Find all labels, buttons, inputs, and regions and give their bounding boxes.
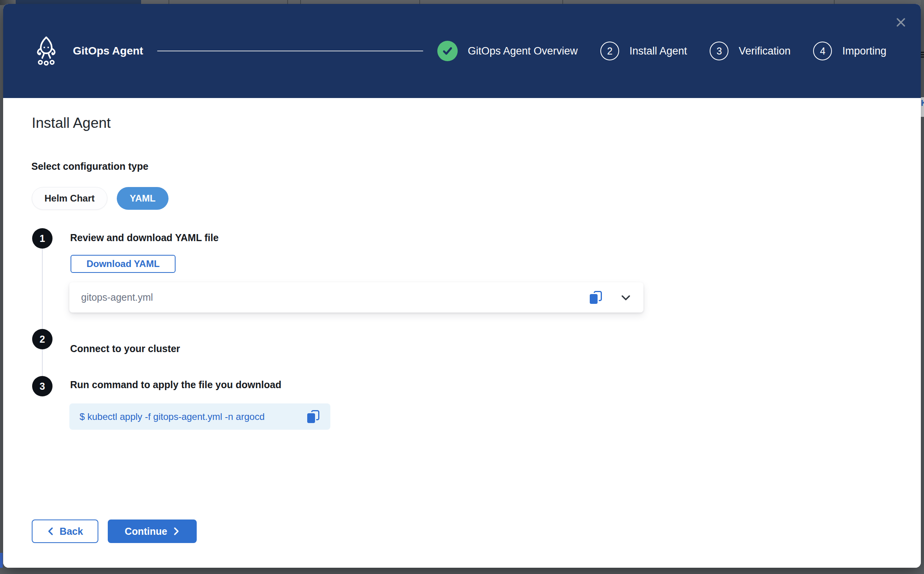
step-connector-line: [42, 349, 43, 376]
back-button-label: Back: [60, 526, 83, 537]
close-icon[interactable]: [895, 16, 907, 28]
stepper-label: Install Agent: [629, 45, 687, 57]
background-blue-fragment: [0, 553, 3, 568]
copy-icon[interactable]: [590, 291, 602, 304]
stepper-label: GitOps Agent Overview: [468, 45, 578, 57]
stepper-label: Verification: [739, 45, 790, 57]
step-complete-check-icon: [437, 41, 458, 61]
yaml-option[interactable]: YAML: [117, 187, 168, 210]
continue-button[interactable]: Continue: [108, 520, 197, 543]
step-3-number-badge: 3: [32, 376, 53, 396]
gitops-agent-logo-icon: [35, 36, 57, 66]
stepper-item-verification[interactable]: 3 Verification: [710, 42, 790, 60]
step-number-badge: 4: [813, 42, 832, 60]
yaml-file-name: gitops-agent.yml: [81, 292, 590, 303]
chevron-right-icon: [173, 527, 180, 536]
step-number-badge: 2: [600, 42, 619, 60]
continue-button-label: Continue: [125, 526, 167, 537]
config-type-toggle: Helm Chart YAML: [32, 187, 168, 210]
page-title: Install Agent: [32, 115, 111, 131]
screen: K GitOps Agent: [0, 0, 924, 574]
step-2-number-badge: 2: [32, 329, 53, 349]
stepper-label: Importing: [842, 45, 886, 57]
step-2-title: Connect to your cluster: [70, 343, 180, 354]
step-1-number-badge: 1: [32, 228, 53, 249]
kubectl-command-snippet: $ kubectl apply -f gitops-agent.yml -n a…: [69, 403, 330, 430]
wizard-stepper: GitOps Agent Overview 2 Install Agent 3 …: [437, 41, 886, 61]
chevron-left-icon: [47, 527, 54, 536]
background-text-fragment: K: [921, 97, 924, 117]
stepper-item-importing[interactable]: 4 Importing: [813, 42, 886, 60]
chevron-down-icon[interactable]: [620, 292, 632, 303]
stepper-item-install-agent[interactable]: 2 Install Agent: [600, 42, 687, 60]
step-connector-line: [42, 249, 43, 329]
gitops-agent-wizard-modal: GitOps Agent GitOps Agent Overview 2 Ins…: [3, 4, 921, 568]
stepper-item-overview[interactable]: GitOps Agent Overview: [437, 41, 578, 61]
wizard-body: Install Agent Select configuration type …: [3, 98, 921, 568]
background-page-sliver: K: [921, 0, 924, 574]
helm-chart-option[interactable]: Helm Chart: [32, 187, 107, 210]
back-button[interactable]: Back: [32, 520, 98, 543]
wizard-header: GitOps Agent GitOps Agent Overview 2 Ins…: [3, 4, 921, 98]
download-yaml-button[interactable]: Download YAML: [71, 255, 176, 273]
copy-icon[interactable]: [307, 410, 319, 423]
wizard-title: GitOps Agent: [73, 45, 143, 57]
step-1-title: Review and download YAML file: [70, 232, 219, 243]
config-type-label: Select configuration type: [31, 161, 149, 172]
hamburger-icon: [921, 52, 924, 59]
step-number-badge: 3: [710, 42, 728, 60]
command-text: $ kubectl apply -f gitops-agent.yml -n a…: [80, 411, 307, 422]
header-divider-line: [157, 51, 423, 51]
step-3-title: Run command to apply the file you downlo…: [70, 379, 281, 391]
yaml-file-panel[interactable]: gitops-agent.yml: [69, 282, 643, 312]
